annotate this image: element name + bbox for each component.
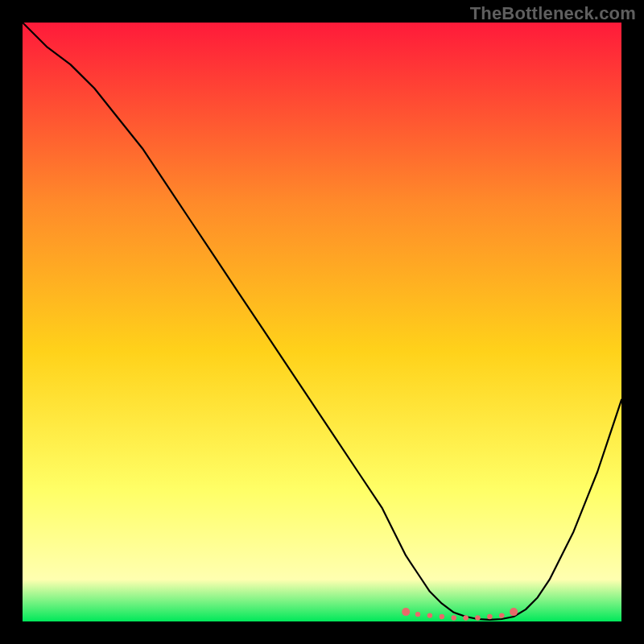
optimal-range-endpoint (402, 608, 410, 616)
svg-rect-0 (23, 23, 621, 621)
chart-frame: TheBottleneck.com (0, 0, 644, 644)
optimal-range-dot (475, 615, 480, 620)
optimal-range-dot (499, 613, 504, 617)
optimal-range-dot (463, 615, 468, 620)
chart-svg (23, 23, 621, 621)
plot-area (23, 23, 621, 621)
optimal-range-endpoint (510, 608, 518, 616)
optimal-range-dot (452, 615, 456, 620)
watermark-text: TheBottleneck.com (470, 3, 636, 24)
optimal-range-dot (440, 614, 444, 619)
optimal-range-dot (487, 614, 492, 619)
optimal-range-dot (415, 612, 420, 617)
optimal-range-dot (427, 613, 432, 617)
